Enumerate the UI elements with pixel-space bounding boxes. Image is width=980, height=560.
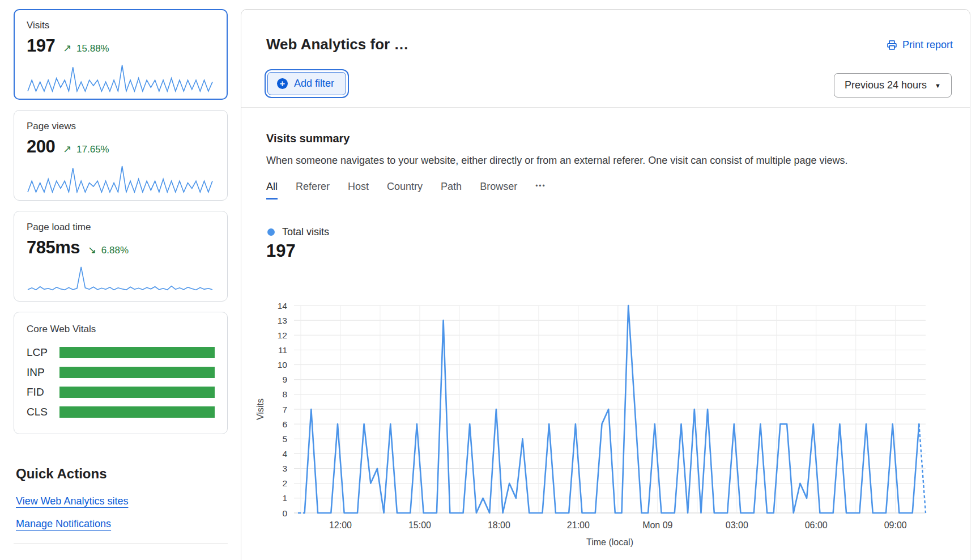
svg-text:06:00: 06:00 xyxy=(805,520,828,530)
tab-browser[interactable]: Browser xyxy=(480,181,517,200)
time-range-value: Previous 24 hours xyxy=(845,79,927,91)
metric-card-title: Visits xyxy=(27,20,215,31)
svg-text:1: 1 xyxy=(282,493,287,503)
metrics-sidebar: Visits197↗ 15.88%Page views200↗ 17.65%Pa… xyxy=(14,9,228,544)
vital-label: INP xyxy=(27,366,59,379)
more-options-icon[interactable]: ••• xyxy=(535,182,546,198)
vital-row-lcp: LCP xyxy=(27,346,215,359)
trend-up-icon: ↗ xyxy=(63,43,71,54)
chevron-down-icon: ▼ xyxy=(935,82,941,89)
section-description: When someone navigates to your website, … xyxy=(266,155,952,167)
metric-card-page-load-time[interactable]: Page load time785ms↘ 6.88% xyxy=(14,211,228,302)
core-web-vitals-rows: LCPINPFIDCLS xyxy=(27,346,215,418)
vital-row-inp: INP xyxy=(27,366,215,379)
header-divider xyxy=(241,107,970,108)
vital-row-fid: FID xyxy=(27,386,215,398)
section-title: Visits summary xyxy=(266,132,350,145)
metric-cards: Visits197↗ 15.88%Page views200↗ 17.65%Pa… xyxy=(14,9,228,302)
page-title: Web Analytics for … xyxy=(266,36,408,53)
tab-host[interactable]: Host xyxy=(348,181,369,200)
svg-text:10: 10 xyxy=(278,360,288,370)
trend-up-icon: ↗ xyxy=(63,143,71,155)
svg-text:5: 5 xyxy=(282,434,287,444)
sparkline-chart xyxy=(27,265,214,294)
metric-card-value-row: 197↗ 15.88% xyxy=(27,36,215,56)
metric-delta: ↘ 6.88% xyxy=(88,244,129,256)
svg-text:15:00: 15:00 xyxy=(408,520,431,530)
core-web-vitals-card[interactable]: Core Web Vitals LCPINPFIDCLS xyxy=(14,312,228,434)
chart-legend: Total visits xyxy=(267,226,329,238)
vital-label: LCP xyxy=(27,346,59,359)
quick-action-link-manage-notifications[interactable]: Manage Notifications xyxy=(16,518,111,530)
tab-country[interactable]: Country xyxy=(387,181,423,200)
svg-text:18:00: 18:00 xyxy=(488,520,510,530)
printer-icon xyxy=(886,39,898,51)
svg-text:11: 11 xyxy=(278,345,287,355)
print-report-label: Print report xyxy=(902,39,953,51)
metric-delta: ↗ 17.65% xyxy=(63,143,109,155)
dimension-tabs: AllRefererHostCountryPathBrowser••• xyxy=(266,181,546,200)
svg-text:14: 14 xyxy=(278,301,288,311)
tab-path[interactable]: Path xyxy=(441,181,462,200)
vital-label: FID xyxy=(27,386,59,398)
metric-value: 785ms xyxy=(27,237,80,258)
add-filter-button[interactable]: + Add filter xyxy=(267,72,346,95)
svg-text:09:00: 09:00 xyxy=(884,520,907,530)
svg-text:9: 9 xyxy=(282,375,287,384)
metric-value: 197 xyxy=(27,36,55,56)
svg-text:6: 6 xyxy=(282,419,287,429)
vital-row-cls: CLS xyxy=(27,406,215,418)
vital-label: CLS xyxy=(27,406,59,418)
metric-card-title: Page views xyxy=(27,121,215,132)
svg-text:4: 4 xyxy=(282,449,287,459)
svg-text:3: 3 xyxy=(282,464,287,473)
quick-actions-heading: Quick Actions xyxy=(16,466,225,482)
analytics-panel: Web Analytics for … Print report + Add f… xyxy=(241,9,970,560)
add-filter-label: Add filter xyxy=(294,78,334,90)
metric-card-value-row: 785ms↘ 6.88% xyxy=(27,237,215,258)
metric-value: 200 xyxy=(27,137,55,157)
svg-text:Visits: Visits xyxy=(255,398,265,420)
tab-all[interactable]: All xyxy=(266,181,278,200)
metric-card-page-views[interactable]: Page views200↗ 17.65% xyxy=(14,110,228,201)
sparkline-chart xyxy=(27,63,214,92)
quick-actions-links: View Web Analytics sitesManage Notificat… xyxy=(14,495,228,530)
print-report-link[interactable]: Print report xyxy=(886,39,953,51)
sidebar-divider xyxy=(14,544,228,544)
sparkline-chart xyxy=(27,164,214,193)
svg-text:2: 2 xyxy=(282,478,287,488)
svg-text:Mon 09: Mon 09 xyxy=(642,520,672,530)
svg-text:8: 8 xyxy=(282,389,287,399)
svg-text:7: 7 xyxy=(282,405,287,414)
vital-score-bar xyxy=(59,387,215,398)
svg-text:13: 13 xyxy=(278,316,287,325)
svg-text:12: 12 xyxy=(278,330,287,340)
svg-text:21:00: 21:00 xyxy=(567,520,590,530)
svg-text:12:00: 12:00 xyxy=(329,520,352,530)
vital-score-bar xyxy=(59,406,215,418)
metric-card-visits[interactable]: Visits197↗ 15.88% xyxy=(14,9,228,100)
legend-label: Total visits xyxy=(282,226,329,238)
quick-action-link-view-web-analytics-sites[interactable]: View Web Analytics sites xyxy=(16,495,128,507)
total-visits-value: 197 xyxy=(266,241,296,261)
metric-card-title: Page load time xyxy=(27,222,215,233)
svg-text:03:00: 03:00 xyxy=(726,520,748,530)
plus-circle-icon: + xyxy=(277,78,288,89)
core-web-vitals-title: Core Web Vitals xyxy=(27,324,215,335)
trend-down-icon: ↘ xyxy=(88,244,96,256)
visits-line-chart: 0123456789101112131412:0015:0018:0021:00… xyxy=(250,293,947,559)
svg-text:0: 0 xyxy=(282,508,287,518)
metric-card-value-row: 200↗ 17.65% xyxy=(27,137,215,157)
vital-score-bar xyxy=(59,347,215,358)
legend-dot-icon xyxy=(267,228,275,236)
vital-score-bar xyxy=(59,367,215,378)
time-range-dropdown[interactable]: Previous 24 hours ▼ xyxy=(834,73,952,97)
svg-text:Time (local): Time (local) xyxy=(586,537,633,547)
tab-referer[interactable]: Referer xyxy=(296,181,330,200)
metric-delta: ↗ 15.88% xyxy=(63,42,109,54)
